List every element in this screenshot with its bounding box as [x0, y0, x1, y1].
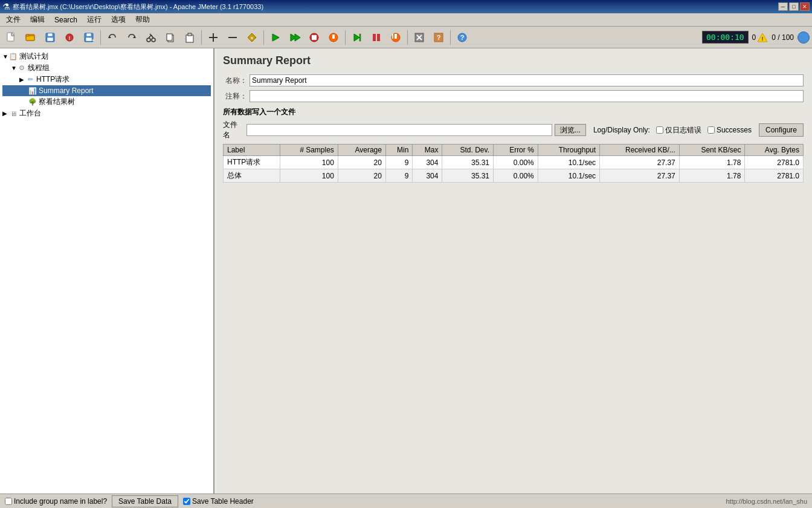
add-button[interactable] — [204, 28, 222, 47]
tree-item-label: HTTP请求 — [36, 74, 69, 85]
svg-text:+: + — [92, 38, 94, 42]
svg-rect-36 — [332, 34, 335, 39]
clear-all-button[interactable] — [410, 28, 428, 47]
svg-point-16 — [147, 38, 150, 42]
main-layout: ▼ 📋 测试计划 ▼ ⚙ 线程组 ▶ ✏ HTTP请求 📊 Summary Re… — [0, 48, 812, 493]
include-group-checkbox[interactable] — [5, 498, 12, 505]
svg-rect-24 — [188, 33, 192, 36]
table-row: 总体10020930435.310.00%10.1/sec27.371.7827… — [224, 169, 804, 183]
save-table-data-button[interactable]: Save Table Data — [112, 495, 178, 507]
table-cell: 304 — [413, 156, 442, 169]
remove-button[interactable] — [224, 28, 242, 47]
comment-row: 注释： — [223, 90, 804, 102]
paste-button[interactable] — [181, 28, 199, 47]
col-max: Max — [413, 145, 442, 156]
globe-icon — [798, 31, 810, 44]
successes-checkbox[interactable] — [707, 126, 715, 134]
svg-line-18 — [149, 35, 151, 38]
svg-rect-12 — [86, 37, 92, 41]
status-bar: Include group name in label? Save Table … — [0, 493, 812, 508]
svg-text:×: × — [250, 35, 253, 41]
tree-item-thread-group[interactable]: ▼ ⚙ 线程组 — [2, 62, 211, 74]
minimize-button[interactable]: ─ — [778, 2, 788, 11]
menu-search[interactable]: Search — [50, 13, 82, 26]
table-cell: 2781.0 — [745, 169, 804, 183]
table-cell: 100 — [280, 156, 338, 169]
configure-button[interactable]: Configure — [759, 123, 804, 137]
open-button[interactable] — [22, 28, 40, 47]
close-button[interactable]: ✕ — [800, 2, 810, 11]
menu-options[interactable]: 选项 — [106, 13, 130, 26]
svg-text:?: ? — [460, 34, 465, 41]
tree-item-result-tree[interactable]: 🌳 察看结果树 — [2, 96, 211, 108]
maximize-button[interactable]: □ — [789, 2, 799, 11]
errors-checkbox-label[interactable]: 仅日志错误 — [656, 125, 701, 135]
cut-button[interactable] — [142, 28, 160, 47]
table-cell: 10.1/sec — [538, 169, 599, 183]
help-button[interactable]: ? — [453, 28, 471, 47]
tree-arrow: ▶ — [2, 110, 8, 117]
thread-group-icon: ⚙ — [17, 63, 27, 73]
tree-item-summary-report[interactable]: 📊 Summary Report — [2, 85, 211, 96]
svg-rect-11 — [86, 33, 91, 36]
comment-input[interactable] — [250, 90, 804, 102]
function-helper-button[interactable]: ? — [430, 28, 448, 47]
menu-run[interactable]: 运行 — [82, 13, 106, 26]
report-title: Summary Report — [223, 54, 804, 67]
tree-arrow: ▼ — [11, 65, 17, 71]
title-bar-controls[interactable]: ─ □ ✕ — [778, 2, 810, 11]
col-label: Label — [224, 145, 280, 156]
remote-stop-button[interactable] — [367, 28, 385, 47]
table-cell: 304 — [413, 169, 442, 183]
tree-item-http[interactable]: ▶ ✏ HTTP请求 — [2, 74, 211, 85]
col-sent-kb: Sent KB/sec — [679, 145, 745, 156]
errors-checkbox[interactable] — [656, 126, 663, 134]
table-body: HTTP请求10020930435.310.00%10.1/sec27.371.… — [224, 156, 804, 183]
remote-shutdown-button[interactable] — [387, 28, 405, 47]
report-content: Summary Report 名称： 注释： 所有数据写入一个文件 文件名 浏览… — [214, 48, 812, 493]
filename-input[interactable] — [246, 124, 552, 136]
include-group-label[interactable]: Include group name in label? — [5, 497, 107, 506]
new-button[interactable] — [2, 28, 21, 47]
menu-help[interactable]: 帮助 — [130, 13, 155, 26]
table-cell: 27.37 — [600, 169, 680, 183]
undo-button[interactable] — [103, 28, 121, 47]
menu-edit[interactable]: 编辑 — [25, 13, 50, 26]
filename-label: 文件名 — [223, 120, 244, 140]
left-panel: ▼ 📋 测试计划 ▼ ⚙ 线程组 ▶ ✏ HTTP请求 📊 Summary Re… — [0, 48, 214, 493]
browse-button[interactable]: 浏览... — [555, 124, 586, 136]
save-button[interactable] — [41, 28, 59, 47]
shutdown-button[interactable] — [324, 28, 343, 47]
name-row: 名称： — [223, 74, 804, 86]
menu-file[interactable]: 文件 — [1, 13, 25, 26]
table-cell: 9 — [385, 156, 412, 169]
revert-button[interactable]: ! — [60, 28, 79, 47]
tree-item-workbench[interactable]: ▶ 🖥 工作台 — [2, 108, 211, 119]
save-table-header-label[interactable]: Save Table Header — [183, 497, 254, 506]
name-input[interactable] — [250, 74, 804, 86]
warning-icon: ! — [757, 32, 768, 43]
test-plan-icon: 📋 — [8, 52, 18, 62]
svg-rect-7 — [47, 37, 53, 41]
run-no-pause-button[interactable] — [286, 28, 304, 47]
successes-checkbox-label[interactable]: Successes — [707, 126, 752, 134]
workbench-icon: 🖥 — [8, 109, 18, 119]
stop-button[interactable] — [305, 28, 323, 47]
tree-arrow: ▼ — [2, 53, 8, 60]
clear-button[interactable]: × — [243, 28, 261, 47]
toolbar-separator-5 — [407, 30, 408, 45]
remote-start-button[interactable] — [348, 28, 366, 47]
right-panel: Summary Report 名称： 注释： 所有数据写入一个文件 文件名 浏览… — [214, 48, 812, 493]
file-row: 文件名 浏览... Log/Display Only: 仅日志错误 Succes… — [223, 120, 804, 140]
save-as-button[interactable]: + — [80, 28, 98, 47]
redo-button[interactable] — [123, 28, 141, 47]
tree-item-test-plan[interactable]: ▼ 📋 测试计划 — [2, 51, 211, 62]
title-bar: ⚗ 察看结果树.jmx (C:\Users\r\Desktop\察看结果树.jm… — [0, 0, 812, 13]
save-table-header-checkbox[interactable] — [183, 498, 190, 505]
http-icon: ✏ — [25, 75, 35, 85]
table-cell: 总体 — [224, 169, 280, 183]
copy-button[interactable] — [161, 28, 179, 47]
svg-rect-43 — [392, 34, 393, 39]
run-button[interactable] — [266, 28, 285, 47]
table-cell: 35.31 — [442, 169, 494, 183]
